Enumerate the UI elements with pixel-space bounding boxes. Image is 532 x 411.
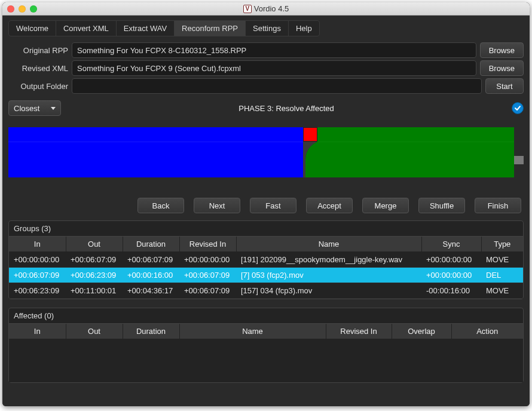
groups-panel: Groups (3) InOutDurationRevised InNameSy… [8,220,524,299]
revised-xml-field[interactable] [72,60,476,76]
timeline-blue-bottom [8,142,303,177]
affected-col-in[interactable]: In [9,324,66,339]
mode-dropdown[interactable]: Closest [8,100,61,116]
app-window: V Vordio 4.5 WelcomeConvert XMLExtract W… [2,2,530,406]
mode-dropdown-label: Closest [14,104,39,113]
tab-convert-xml[interactable]: Convert XML [56,21,117,36]
browse-original-button[interactable]: Browse [480,42,524,58]
original-rpp-row: Original RPP Browse [8,42,524,58]
cell-in: +00:06:07:09 [9,268,66,283]
tab-help[interactable]: Help [289,21,319,36]
form: Original RPP Browse Revised XML Browse O… [8,42,524,94]
cell-in: +00:06:23:09 [9,283,66,299]
affected-col-name[interactable]: Name [179,324,326,339]
titlebar: V Vordio 4.5 [2,2,530,16]
cell-rev: +00:06:07:09 [179,268,236,283]
chevron-down-icon [51,107,56,110]
original-rpp-label: Original RPP [8,46,68,55]
affected-col-overlap[interactable]: Overlap [392,324,451,339]
cell-rev: +00:00:00:00 [179,252,236,268]
groups-col-duration[interactable]: Duration [123,237,179,252]
cell-dur: +00:00:16:00 [123,268,179,283]
timeline-end-marker [514,156,524,164]
cell-out: +00:06:07:09 [66,252,123,268]
affected-col-revised-in[interactable]: Revised In [326,324,392,339]
tab-reconform-rpp[interactable]: Reconform RPP [175,21,246,36]
phase-label: PHASE 3: Resolve Affected [61,104,512,113]
output-folder-field[interactable] [72,78,482,94]
back-button[interactable]: Back [137,198,184,213]
table-row[interactable]: +00:06:23:09+00:11:00:01+00:04:36:17+00:… [9,283,523,299]
check-icon [514,105,521,112]
groups-col-in[interactable]: In [9,237,66,252]
window-title-text: Vordio 4.5 [254,4,289,13]
groups-col-revised-in[interactable]: Revised In [179,237,236,252]
cell-dur: +00:04:36:17 [123,283,179,299]
timeline-wrap [8,127,524,177]
finish-button[interactable]: Finish [475,198,521,213]
timeline-gap [303,142,317,177]
affected-table: InOutDurationNameRevised InOverlapAction [9,324,523,339]
tab-settings[interactable]: Settings [246,21,289,36]
cell-type: DEL [481,268,523,283]
affected-table-header: InOutDurationNameRevised InOverlapAction [9,324,523,339]
timeline-red-marker [303,127,317,142]
cell-name: [157] 034 (fcp3).mov [236,283,421,299]
timeline-blue-top [8,127,303,142]
groups-col-name[interactable]: Name [236,237,421,252]
groups-col-type[interactable]: Type [481,237,523,252]
cell-name: [191] 202099__spookymodem__jiggle-key.wa… [236,252,421,268]
cell-rev: +00:06:07:09 [179,283,236,299]
cell-out: +00:06:23:09 [66,268,123,283]
fast-button[interactable]: Fast [250,198,296,213]
browse-revised-button[interactable]: Browse [480,60,524,76]
revised-xml-label: Revised XML [8,64,68,73]
cell-in: +00:00:00:00 [9,252,66,268]
table-row[interactable]: +00:00:00:00+00:06:07:09+00:06:07:09+00:… [9,252,523,268]
groups-table-body: +00:00:00:00+00:06:07:09+00:06:07:09+00:… [9,252,523,299]
cell-type: MOVE [481,283,523,299]
output-folder-label: Output Folder [8,82,68,91]
next-button[interactable]: Next [194,198,240,213]
affected-panel: Affected (0) InOutDurationNameRevised In… [8,308,524,383]
timeline[interactable] [8,127,524,177]
table-row[interactable]: +00:06:07:09+00:06:23:09+00:00:16:00+00:… [9,268,523,283]
action-row: Back Next Fast Accept Merge Shuffle Fini… [8,198,524,213]
app-icon: V [243,5,252,13]
timeline-row-bottom [8,142,524,177]
groups-col-out[interactable]: Out [66,237,123,252]
output-folder-row: Output Folder Start [8,78,524,94]
timeline-green-bottom [317,142,514,177]
cell-out: +00:11:00:01 [66,283,123,299]
timeline-green-top [317,127,514,142]
tab-extract-wav[interactable]: Extract WAV [117,21,175,36]
content: WelcomeConvert XMLExtract WAVReconform R… [2,16,530,406]
window-title: V Vordio 4.5 [2,4,530,13]
groups-panel-header: Groups (3) [9,221,523,237]
groups-table-header: InOutDurationRevised InNameSyncType [9,237,523,252]
tab-welcome[interactable]: Welcome [9,21,56,36]
start-button[interactable]: Start [485,78,524,94]
cell-sync: +00:00:00:00 [421,268,481,283]
affected-col-duration[interactable]: Duration [123,324,179,339]
cell-sync: +00:00:00:00 [421,252,481,268]
phase-row: Closest PHASE 3: Resolve Affected [8,100,524,116]
groups-col-sync[interactable]: Sync [421,237,481,252]
merge-button[interactable]: Merge [362,198,409,213]
cell-type: MOVE [481,252,523,268]
affected-table-body [9,339,523,382]
cell-dur: +00:06:07:09 [123,252,179,268]
affected-panel-header: Affected (0) [9,308,523,324]
timeline-row-top [8,127,524,142]
original-rpp-field[interactable] [72,42,476,58]
affected-col-action[interactable]: Action [451,324,523,339]
accept-button[interactable]: Accept [306,198,353,213]
check-badge[interactable] [512,102,524,114]
shuffle-button[interactable]: Shuffle [418,198,465,213]
revised-xml-row: Revised XML Browse [8,60,524,76]
cell-name: [7] 053 (fcp2).mov [236,268,421,283]
groups-table: InOutDurationRevised InNameSyncType +00:… [9,237,523,299]
affected-col-out[interactable]: Out [66,324,123,339]
tab-bar: WelcomeConvert XMLExtract WAVReconform R… [8,20,320,36]
cell-sync: -00:00:16:00 [421,283,481,299]
